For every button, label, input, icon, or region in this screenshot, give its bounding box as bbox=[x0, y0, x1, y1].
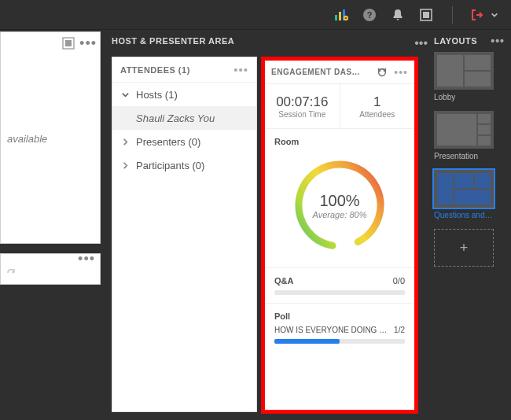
attendee-name: Shauli Zacks You bbox=[136, 112, 215, 124]
stats-row: 00:07:16 Session Time 1 Attendees bbox=[265, 84, 414, 128]
layout-label: Questions and… bbox=[434, 211, 494, 219]
poll-question: HOW IS EVERYONE DOING … bbox=[274, 326, 387, 334]
layouts-title: LAYOUTS bbox=[434, 36, 477, 46]
bell-icon[interactable] bbox=[391, 8, 405, 22]
group-hosts[interactable]: Hosts (1) bbox=[112, 83, 256, 106]
left-pod-1: ••• available bbox=[0, 31, 101, 244]
group-label: Presenters (0) bbox=[136, 136, 200, 148]
engagement-header: ENGAGEMENT DASHBO… ••• bbox=[265, 61, 414, 84]
fullscreen-icon[interactable] bbox=[62, 37, 75, 50]
exit-icon bbox=[470, 8, 484, 22]
group-participants[interactable]: Participants (0) bbox=[112, 153, 256, 177]
attendees-title: ATTENDEES (1) bbox=[120, 65, 190, 75]
attendees-header: ATTENDEES (1) ••• bbox=[112, 57, 256, 83]
gauge-percent: 100% bbox=[319, 192, 359, 210]
layout-lobby[interactable]: Lobby bbox=[434, 52, 505, 101]
stat-attendees: 1 Attendees bbox=[340, 84, 415, 128]
poll-bar-fill bbox=[274, 339, 340, 344]
left-pod-2: ••• bbox=[0, 253, 101, 285]
engagement-title: ENGAGEMENT DASHBO… bbox=[271, 68, 366, 76]
poll-bar bbox=[274, 339, 405, 344]
layouts-panel: LAYOUTS ••• Lobby Presentation Questions… bbox=[434, 36, 505, 267]
add-layout-button[interactable]: + bbox=[434, 229, 494, 267]
attendees-pod: ATTENDEES (1) ••• Hosts (1) Shauli Zacks… bbox=[112, 57, 257, 412]
exit-button[interactable] bbox=[467, 8, 505, 22]
svg-text:?: ? bbox=[367, 10, 373, 20]
engagement-dashboard: ENGAGEMENT DASHBO… ••• 00:07:16 Session … bbox=[261, 57, 418, 414]
help-icon[interactable]: ? bbox=[362, 8, 377, 22]
qa-section: Q&A 0/0 bbox=[265, 268, 414, 303]
svg-rect-8 bbox=[423, 12, 429, 18]
room-section: Room 100% bbox=[265, 129, 414, 267]
topbar-icons: ? bbox=[334, 6, 505, 24]
group-label: Participants (0) bbox=[136, 160, 204, 171]
chevron-down-icon bbox=[120, 90, 130, 99]
room-label: Room bbox=[274, 137, 405, 146]
host-presenter-label: HOST & PRESENTER AREA bbox=[112, 36, 234, 46]
session-time-value: 00:07:16 bbox=[276, 94, 328, 110]
poll-label: Poll bbox=[274, 311, 405, 321]
group-label: Hosts (1) bbox=[136, 89, 178, 101]
chevron-down-icon bbox=[487, 8, 502, 22]
top-bar: ? bbox=[0, 0, 511, 30]
qa-label: Q&A bbox=[274, 276, 293, 286]
chevron-right-icon bbox=[120, 137, 130, 146]
redo-icon[interactable] bbox=[6, 266, 17, 279]
layouts-header: LAYOUTS ••• bbox=[434, 36, 505, 46]
left-column: ••• available ••• bbox=[0, 31, 102, 420]
attendee-user[interactable]: Shauli Zacks You bbox=[112, 106, 256, 130]
group-presenters[interactable]: Presenters (0) bbox=[112, 130, 256, 153]
engagement-gauge: 100% Average: 80% bbox=[289, 154, 391, 256]
session-time-label: Session Time bbox=[278, 110, 325, 119]
available-text: available bbox=[1, 54, 100, 145]
layout-label: Lobby bbox=[434, 93, 494, 101]
qa-value: 0/0 bbox=[393, 276, 405, 286]
poll-value: 1/2 bbox=[394, 326, 405, 334]
qa-bar bbox=[274, 290, 405, 295]
refresh-icon[interactable] bbox=[377, 67, 388, 78]
attendees-list: Hosts (1) Shauli Zacks You Presenters (0… bbox=[112, 83, 256, 177]
svg-rect-1 bbox=[339, 12, 341, 20]
chevron-right-icon bbox=[120, 160, 130, 170]
attendees-label: Attendees bbox=[359, 110, 395, 119]
layout-questions[interactable]: Questions and… bbox=[434, 170, 505, 219]
attendees-value: 1 bbox=[373, 94, 380, 110]
chart-icon[interactable] bbox=[334, 8, 348, 22]
stat-session-time: 00:07:16 Session Time bbox=[265, 84, 340, 128]
svg-rect-10 bbox=[65, 40, 72, 46]
layout-presentation[interactable]: Presentation bbox=[434, 111, 505, 160]
svg-rect-4 bbox=[345, 17, 347, 19]
gauge-average: Average: 80% bbox=[313, 210, 367, 219]
host-presenter-more-icon[interactable]: ••• bbox=[414, 36, 428, 50]
poll-section: Poll HOW IS EVERYONE DOING … 1/2 bbox=[265, 304, 414, 352]
plus-icon: + bbox=[460, 240, 469, 256]
svg-rect-0 bbox=[335, 15, 337, 20]
fullscreen-icon[interactable] bbox=[419, 8, 433, 22]
divider bbox=[452, 6, 453, 24]
layout-label: Presentation bbox=[434, 152, 494, 160]
